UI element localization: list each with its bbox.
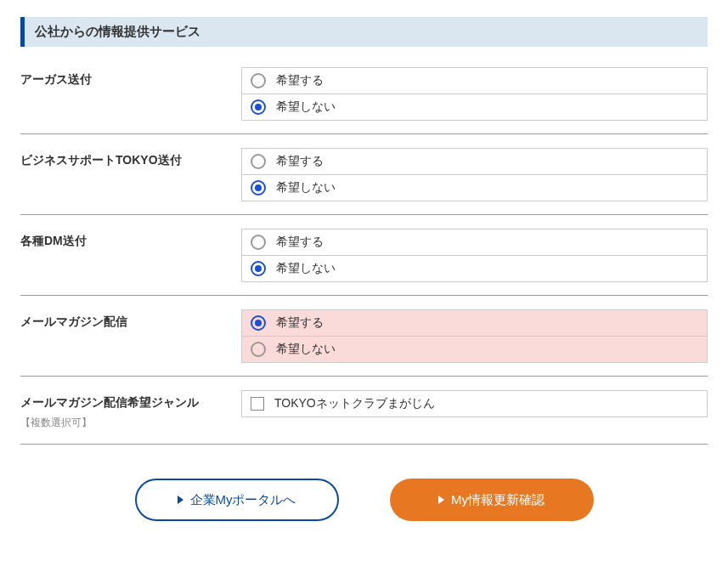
field-label-argus: アーガス送付 [20,67,241,120]
radio-icon[interactable] [251,315,266,331]
portal-button[interactable]: 企業Myポータルへ [135,479,339,521]
option-mailmag-yes[interactable]: 希望する [241,309,708,337]
option-label: 希望する [276,73,324,88]
field-label-genre: メールマガジン配信希望ジャンル 【複数選択可】 [20,390,241,430]
option-label: 希望しない [276,261,336,276]
field-label-dm: 各種DM送付 [20,229,241,281]
option-dm-no[interactable]: 希望しない [241,255,708,282]
radio-icon[interactable] [251,342,266,357]
button-label: 企業Myポータルへ [190,492,296,508]
option-label: 希望する [276,235,324,250]
option-bizsupport-no[interactable]: 希望しない [241,174,708,201]
radio-icon[interactable] [251,180,266,196]
radio-icon[interactable] [251,99,266,115]
field-options-argus: 希望する 希望しない [241,67,708,120]
section-header: 公社からの情報提供サービス [20,17,708,47]
option-bizsupport-yes[interactable]: 希望する [241,148,708,175]
option-argus-no[interactable]: 希望しない [241,94,708,121]
option-argus-yes[interactable]: 希望する [241,67,708,94]
triangle-icon [438,496,444,504]
radio-icon[interactable] [251,235,266,250]
triangle-icon [178,496,183,504]
field-label-bizsupport: ビジネスサポートTOKYO送付 [20,148,241,201]
field-row-mailmag: メールマガジン配信 希望する 希望しない [20,309,708,377]
field-label-mailmag: メールマガジン配信 [20,309,241,362]
button-label: My情報更新確認 [451,492,545,508]
option-label: 希望する [276,315,324,331]
option-label: 希望する [276,154,324,169]
field-row-bizsupport: ビジネスサポートTOKYO送付 希望する 希望しない [20,148,708,215]
field-row-argus: アーガス送付 希望する 希望しない [20,67,708,134]
field-row-genre: メールマガジン配信希望ジャンル 【複数選択可】 TOKYOネットクラブまがじん [20,390,708,445]
field-options-dm: 希望する 希望しない [241,229,708,281]
field-label-text: メールマガジン配信希望ジャンル [20,395,199,409]
field-options-mailmag: 希望する 希望しない [241,309,708,362]
option-label: 希望しない [276,342,336,357]
option-label: TOKYOネットクラブまがじん [274,396,435,411]
option-label: 希望しない [276,180,336,196]
field-options-bizsupport: 希望する 希望しない [241,148,708,201]
confirm-button[interactable]: My情報更新確認 [390,479,594,521]
option-mailmag-no[interactable]: 希望しない [241,336,708,363]
field-options-genre: TOKYOネットクラブまがじん [241,390,708,430]
checkbox-icon[interactable] [251,397,264,411]
radio-icon[interactable] [251,261,266,276]
option-label: 希望しない [276,99,336,115]
field-row-dm: 各種DM送付 希望する 希望しない [20,229,708,296]
radio-icon[interactable] [251,154,266,169]
field-sublabel-genre: 【複数選択可】 [20,416,241,430]
button-row: 企業Myポータルへ My情報更新確認 [20,479,708,521]
option-genre-tokyo[interactable]: TOKYOネットクラブまがじん [241,390,708,417]
radio-icon[interactable] [251,73,266,88]
option-dm-yes[interactable]: 希望する [241,229,708,256]
section-title: 公社からの情報提供サービス [35,24,200,38]
